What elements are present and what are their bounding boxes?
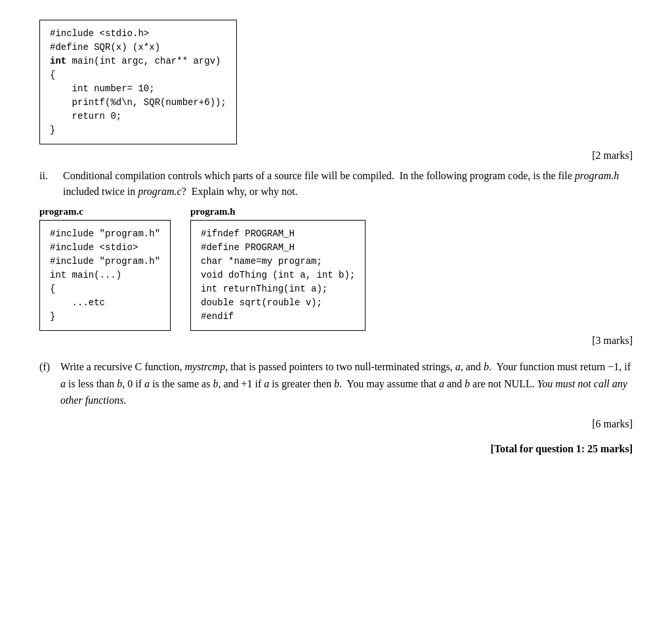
code-line: #include "program.h"	[50, 227, 160, 241]
var-a-1: a	[455, 361, 461, 372]
code-line: #include <stdio.h>	[50, 27, 226, 41]
var-a-4: a	[264, 378, 269, 389]
program-h-ref: program.h	[575, 170, 619, 181]
top-code-block: #include <stdio.h> #define SQR(x) (x*x) …	[39, 20, 237, 144]
program-h-column: program.h #ifndef PROGRAM_H #define PROG…	[190, 206, 366, 331]
code-columns: program.c #include "program.h" #include …	[39, 206, 633, 331]
code-line: ...etc	[50, 296, 160, 310]
question-ii-body: Conditional compilation controls which p…	[63, 168, 633, 200]
code-line: return 0;	[50, 110, 226, 123]
question-ii-text: ii. Conditional compilation controls whi…	[39, 168, 633, 200]
code-line: #define SQR(x) (x*x)	[50, 41, 226, 54]
program-h-code: #ifndef PROGRAM_H #define PROGRAM_H char…	[190, 220, 366, 331]
code-line: #ifndef PROGRAM_H	[201, 227, 355, 241]
code-line: #include <stdio>	[50, 241, 160, 255]
top-code-section: #include <stdio.h> #define SQR(x) (x*x) …	[39, 20, 633, 144]
program-h-title: program.h	[190, 206, 366, 217]
program-c-ref: program.c	[138, 186, 182, 197]
var-a-2: a	[60, 378, 66, 389]
code-line: double sqrt(rouble v);	[201, 296, 355, 310]
var-b-4: b	[334, 378, 339, 389]
program-c-title: program.c	[39, 206, 171, 217]
marks-6: [6 marks]	[39, 418, 633, 430]
var-a-3: a	[144, 378, 150, 389]
total-marks: [Total for question 1: 25 marks]	[39, 443, 633, 455]
keyword-int: int	[50, 56, 66, 66]
question-ii-section: ii. Conditional compilation controls whi…	[39, 168, 633, 331]
code-line: printf(%d\n, SQR(number+6));	[50, 96, 226, 110]
question-ii-label: ii.	[39, 168, 58, 200]
code-line: #include "program.h"	[50, 255, 160, 269]
code-line: char *name=my program;	[201, 255, 355, 269]
question-f-section: (f) Write a recursive C function, mystrc…	[39, 358, 633, 409]
var-b-5: b	[465, 378, 470, 389]
code-line: }	[50, 123, 226, 137]
var-b-3: b	[213, 378, 218, 389]
code-line: int number= 10;	[50, 82, 226, 96]
var-b-2: b	[117, 378, 122, 389]
var-a-5: a	[439, 378, 444, 389]
code-line: int returnThing(int a);	[201, 282, 355, 296]
code-line: {	[50, 282, 160, 296]
question-f-body: Write a recursive C function, mystrcmp, …	[60, 358, 633, 409]
var-b-1: b	[484, 361, 489, 372]
code-line: #define PROGRAM_H	[201, 241, 355, 255]
code-line: void doThing (int a, int b);	[201, 269, 355, 282]
code-line: #endif	[201, 310, 355, 324]
code-line: }	[50, 310, 160, 324]
program-c-column: program.c #include "program.h" #include …	[39, 206, 171, 331]
code-line: int main(...)	[50, 269, 160, 282]
question-f-label: (f)	[39, 358, 55, 409]
program-c-code: #include "program.h" #include <stdio> #i…	[39, 220, 171, 331]
marks-3: [3 marks]	[39, 335, 633, 347]
code-line: int main(int argc, char** argv)	[50, 54, 226, 68]
marks-2: [2 marks]	[39, 150, 633, 161]
mystrcmp-ref: mystrcmp	[185, 361, 226, 372]
code-line: {	[50, 68, 226, 82]
